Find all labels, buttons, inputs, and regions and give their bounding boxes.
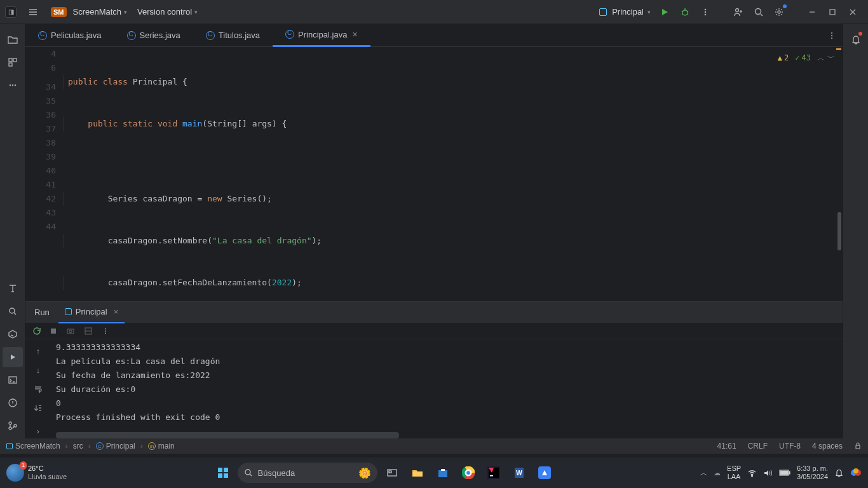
breadcrumb[interactable]: ScreenMatch › src › C Principal › m main: [6, 442, 175, 451]
tabs-more-button[interactable]: [827, 31, 836, 40]
chevron-down-icon: ▾: [194, 9, 198, 15]
wifi-icon[interactable]: [747, 468, 757, 478]
weak-warnings-count[interactable]: ✓ 43: [795, 51, 811, 65]
temperature-label: 26°C: [28, 464, 67, 473]
tool-t-icon[interactable]: [3, 278, 23, 299]
weather-text: Lluvia suave: [28, 473, 67, 481]
main-menu-button[interactable]: [23, 2, 43, 22]
problems-tool-button[interactable]: [3, 393, 23, 413]
expand-button[interactable]: ›: [29, 423, 47, 438]
line-separator[interactable]: CRLF: [748, 442, 768, 451]
svg-point-22: [831, 37, 832, 38]
soft-wrap-button[interactable]: [29, 381, 47, 396]
prev-highlight-icon[interactable]: ︿: [817, 51, 825, 65]
class-icon: [285, 30, 294, 39]
console-line: Process finished with exit code 0: [51, 410, 843, 424]
rerun-button[interactable]: [32, 327, 41, 336]
console-tools: ↑ ↓ ›: [25, 339, 51, 438]
run-button[interactable]: [654, 2, 675, 22]
more-actions-button[interactable]: [695, 2, 715, 22]
readonly-lock-icon[interactable]: [854, 442, 862, 450]
run-tool-button[interactable]: [3, 347, 23, 367]
project-dropdown[interactable]: ScreenMatch▾: [73, 7, 128, 17]
search-icon: [244, 468, 253, 477]
tab-peliculas[interactable]: Peliculas.java: [25, 24, 114, 47]
taskbar-search[interactable]: Búsqueda 🌼: [238, 463, 377, 483]
settings-button[interactable]: [769, 2, 789, 22]
debug-button[interactable]: [675, 2, 695, 22]
svg-point-21: [831, 34, 832, 36]
error-stripe[interactable]: [835, 47, 843, 301]
svg-rect-53: [781, 471, 788, 475]
word-button[interactable]: W: [508, 462, 530, 484]
notifications-tray-icon[interactable]: [834, 468, 844, 478]
scroll-up-button[interactable]: ↑: [29, 343, 47, 358]
run-config-dropdown[interactable]: Principal ▾: [599, 7, 651, 17]
line-number: 36: [25, 108, 56, 122]
next-highlight-icon[interactable]: ﹀: [827, 51, 835, 65]
screenshot-button[interactable]: [66, 327, 75, 336]
chrome-button[interactable]: [458, 462, 479, 484]
inspections-widget[interactable]: ▲ 2 ✓ 43 ︿﹀: [778, 51, 835, 65]
caret-position[interactable]: 41:61: [717, 442, 736, 451]
svg-rect-7: [830, 10, 835, 15]
language-indicator[interactable]: ESP LAA: [727, 464, 741, 481]
scroll-to-end-button[interactable]: [29, 400, 47, 416]
tab-series[interactable]: Series.java: [114, 24, 193, 47]
line-number: 6: [25, 61, 56, 75]
weather-widget[interactable]: 26°C Lluvia suave: [6, 464, 67, 482]
notifications-button[interactable]: [846, 29, 866, 50]
terminal-tool-button[interactable]: [3, 370, 23, 390]
volume-icon[interactable]: [763, 468, 773, 478]
minimize-button[interactable]: [802, 2, 822, 22]
structure-tool-button[interactable]: [3, 52, 23, 72]
onedrive-icon[interactable]: ☁: [714, 469, 721, 477]
tray-chevron-icon[interactable]: ︿: [700, 468, 707, 478]
run-more-button[interactable]: [102, 327, 109, 335]
clock[interactable]: 6:33 p. m. 3/05/2024: [797, 464, 828, 481]
app-button[interactable]: [534, 462, 555, 484]
svg-point-0: [682, 10, 688, 15]
more-tools-button[interactable]: [3, 75, 23, 95]
app-icon: ◨: [5, 6, 17, 18]
svg-point-20: [831, 32, 832, 33]
svg-point-35: [245, 470, 250, 475]
close-tab-icon[interactable]: ×: [352, 29, 357, 39]
tab-principal[interactable]: Principal.java×: [273, 24, 370, 47]
run-tab[interactable]: Principal ×: [58, 302, 125, 323]
warnings-count[interactable]: ▲ 2: [778, 51, 789, 65]
collaborate-icon[interactable]: [728, 2, 749, 22]
indent-setting[interactable]: 4 spaces: [812, 442, 843, 451]
svg-point-1: [705, 8, 707, 10]
copilot-icon[interactable]: [850, 467, 862, 478]
code-editor[interactable]: 4 6 34 35 36 37 38 39 40 41 42 43 44 pub…: [25, 47, 843, 301]
tab-titulos[interactable]: Titulos.java: [193, 24, 273, 47]
stop-button[interactable]: [50, 327, 57, 335]
layout-button[interactable]: [84, 327, 93, 336]
task-view-button[interactable]: [381, 462, 403, 484]
vcs-tool-button[interactable]: [3, 416, 23, 436]
scroll-down-button[interactable]: ↓: [29, 362, 47, 377]
find-tool-button[interactable]: [3, 301, 23, 322]
store-button[interactable]: [432, 462, 454, 484]
file-explorer-button[interactable]: [407, 462, 428, 484]
close-run-tab-icon[interactable]: ×: [114, 307, 119, 316]
intellij-button[interactable]: [483, 462, 505, 484]
start-button[interactable]: [212, 462, 234, 484]
project-badge: SM: [51, 7, 67, 17]
close-button[interactable]: [843, 2, 863, 22]
class-icon: [38, 31, 47, 40]
console-scrollbar[interactable]: [56, 432, 399, 438]
project-tool-button[interactable]: [3, 29, 23, 50]
battery-icon[interactable]: [779, 469, 790, 477]
console-output[interactable]: 9.333333333333334 La película es:La casa…: [51, 339, 843, 438]
vcs-dropdown[interactable]: Version control▾: [137, 7, 198, 17]
line-number: 37: [25, 122, 56, 136]
services-tool-button[interactable]: [3, 324, 23, 344]
svg-point-13: [14, 85, 15, 86]
file-encoding[interactable]: UTF-8: [779, 442, 801, 451]
gutter: 4 6 34 35 36 37 38 39 40 41 42 43 44: [25, 47, 64, 301]
maximize-button[interactable]: [822, 2, 843, 22]
search-everywhere-button[interactable]: [749, 2, 769, 22]
console-line: La película es:La casa del dragón: [51, 355, 843, 369]
